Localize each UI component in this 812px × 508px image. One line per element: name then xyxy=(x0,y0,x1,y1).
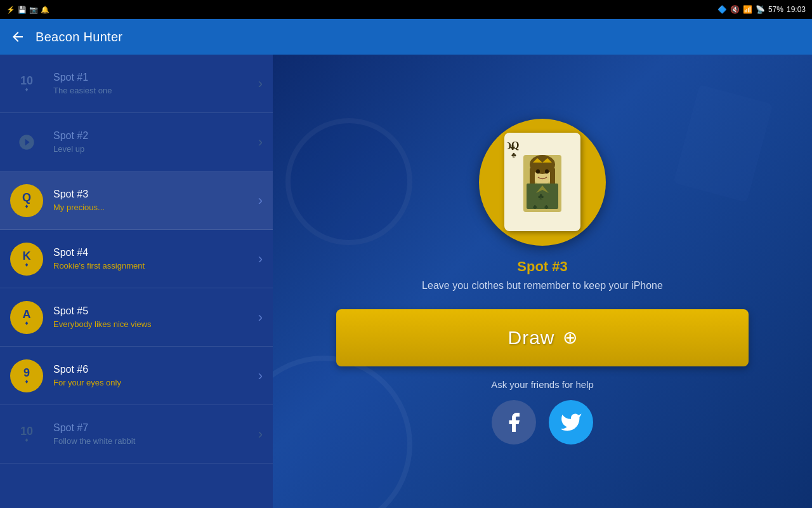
spot-name-3: Spot #3 xyxy=(53,189,253,200)
spot-name-5: Spot #5 xyxy=(53,305,253,317)
spot-item-7[interactable]: 10 ♦ Spot #7 Follow the white rabbit › xyxy=(0,405,273,464)
spot-info-7: Spot #7 Follow the white rabbit xyxy=(53,422,253,446)
draw-button[interactable]: Draw ⊕ xyxy=(336,309,749,366)
facebook-button[interactable] xyxy=(492,400,536,444)
spot-item-1[interactable]: 10 ♦ Spot #1 The easiest one › xyxy=(0,55,273,113)
spot-name-7: Spot #7 xyxy=(53,422,253,434)
chevron-icon-2: › xyxy=(258,134,263,150)
queen-card: Q ♣ Q ♣ xyxy=(504,133,580,231)
spot-info-6: Spot #6 For your eyes only xyxy=(53,364,253,387)
sd-icon: 💾 xyxy=(18,6,27,14)
app-bar: Beacon Hunter xyxy=(0,19,812,55)
spot-item-4[interactable]: K ♦ Spot #4 Rookie's first assignment › xyxy=(0,230,273,288)
flag-icon: 🔔 xyxy=(41,6,49,14)
spot-avatar-3: Q ♦ xyxy=(10,184,43,217)
chevron-icon-6: › xyxy=(258,368,263,384)
spot-info-1: Spot #1 The easiest one xyxy=(53,72,253,95)
chevron-icon-4: › xyxy=(258,251,263,267)
spot-name-4: Spot #4 xyxy=(53,247,253,258)
facebook-icon xyxy=(502,411,525,434)
cam-icon: 📷 xyxy=(29,6,38,14)
spot-card-circle: Q ♣ Q ♣ xyxy=(479,119,606,246)
chevron-icon-1: › xyxy=(258,76,263,92)
draw-arrow-icon: ⊕ xyxy=(563,327,577,348)
social-buttons xyxy=(492,400,593,444)
spot-desc-2: Level up xyxy=(53,144,253,154)
spot-name-1: Spot #1 xyxy=(53,72,253,83)
spot-info-3: Spot #3 My precious... xyxy=(53,189,253,212)
detail-spot-title: Spot #3 xyxy=(517,258,567,275)
main-layout: 10 ♦ Spot #1 The easiest one › Spot #2 L… xyxy=(0,55,812,508)
spot-desc-5: Everybody likes nice views xyxy=(53,319,253,329)
spot-avatar-4: K ♦ xyxy=(10,243,43,276)
usb-icon: ⚡ xyxy=(6,6,15,14)
svg-text:♣: ♣ xyxy=(538,191,544,201)
spot-item-6[interactable]: 9 ♦ Spot #6 For your eyes only › xyxy=(0,347,273,405)
spot-desc-7: Follow the white rabbit xyxy=(53,436,253,446)
card-value-1: 10 xyxy=(20,75,33,86)
spot-item-3[interactable]: Q ♦ Spot #3 My precious... › xyxy=(0,171,273,230)
svg-point-16 xyxy=(536,170,540,174)
spot-avatar-7: 10 ♦ xyxy=(10,418,43,451)
svg-text:♣: ♣ xyxy=(533,203,537,210)
chevron-icon-5: › xyxy=(258,309,263,326)
spot-item-5[interactable]: A ♦ Spot #5 Everybody likes nice views › xyxy=(0,288,273,347)
clock: 19:03 xyxy=(787,5,806,14)
svg-text:♣: ♣ xyxy=(510,144,515,152)
spot-info-5: Spot #5 Everybody likes nice views xyxy=(53,305,253,329)
spot-avatar-2 xyxy=(10,126,43,159)
spot-desc-3: My precious... xyxy=(53,203,253,212)
chevron-icon-3: › xyxy=(258,192,263,209)
spot-avatar-5: A ♦ xyxy=(10,301,43,334)
svg-point-17 xyxy=(545,170,549,174)
bg-chip-1 xyxy=(273,356,412,508)
draw-button-label: Draw xyxy=(508,327,554,349)
spots-list: 10 ♦ Spot #1 The easiest one › Spot #2 L… xyxy=(0,55,273,508)
spot-avatar-1: 10 ♦ xyxy=(10,67,43,100)
battery-level: 57% xyxy=(768,5,783,14)
back-button[interactable] xyxy=(10,29,25,44)
spot-desc-6: For your eyes only xyxy=(53,378,253,387)
bluetooth-icon: 🔷 xyxy=(717,5,727,14)
status-bar: ⚡ 💾 📷 🔔 🔷 🔇 📶 📡 57% 19:03 xyxy=(0,0,812,19)
spot-desc-4: Rookie's first assignment xyxy=(53,261,253,271)
chevron-icon-7: › xyxy=(258,426,263,443)
ask-friends-label: Ask your friends for help xyxy=(491,379,594,390)
spot-avatar-6: 9 ♦ xyxy=(10,359,43,392)
twitter-button[interactable] xyxy=(549,400,593,444)
wifi-icon: 📶 xyxy=(743,5,752,14)
app-title: Beacon Hunter xyxy=(36,30,122,44)
spot-name-2: Spot #2 xyxy=(53,130,253,142)
mute-icon: 🔇 xyxy=(730,5,740,14)
svg-text:♣: ♣ xyxy=(544,203,549,210)
spot-detail-panel: Q ♣ Q ♣ xyxy=(273,55,812,508)
bg-card xyxy=(673,84,773,203)
signal-icon: 📡 xyxy=(756,5,765,14)
spot-name-6: Spot #6 xyxy=(53,364,253,375)
spot-info-2: Spot #2 Level up xyxy=(53,130,253,154)
spot-item-2[interactable]: Spot #2 Level up › xyxy=(0,113,273,171)
spot-desc-1: The easiest one xyxy=(53,86,253,95)
status-icons-left: ⚡ 💾 📷 🔔 xyxy=(6,6,49,14)
status-right: 🔷 🔇 📶 📡 57% 19:03 xyxy=(717,5,806,14)
twitter-icon xyxy=(560,411,582,434)
bg-chip-2 xyxy=(285,118,412,245)
spot-info-4: Spot #4 Rookie's first assignment xyxy=(53,247,253,271)
detail-spot-subtitle: Leave you clothes but remember to keep y… xyxy=(422,280,663,291)
